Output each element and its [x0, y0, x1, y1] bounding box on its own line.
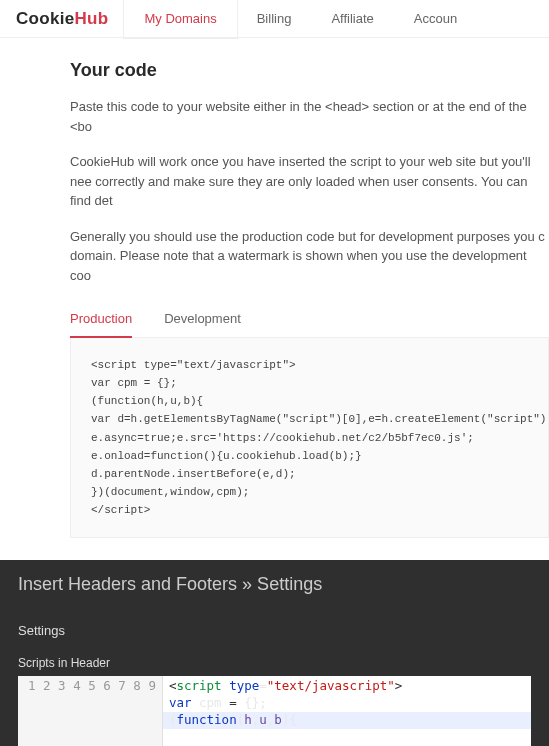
editor-gutter: 1 2 3 4 5 6 7 8 9: [18, 676, 163, 746]
page-intro-3: Generally you should use the production …: [70, 227, 549, 286]
code-snippet[interactable]: <script type="text/javascript"> var cpm …: [70, 337, 549, 538]
editor-code[interactable]: <script type="text/javascript"> var cpm …: [163, 676, 531, 746]
tab-development[interactable]: Development: [164, 301, 241, 337]
wp-scripts-header-label: Scripts in Header: [18, 656, 531, 670]
nav-affiliate[interactable]: Affiliate: [311, 0, 393, 38]
header-scripts-editor[interactable]: 1 2 3 4 5 6 7 8 9 <script type="text/jav…: [18, 676, 531, 746]
main-nav: My Domains Billing Affiliate Accoun: [124, 0, 549, 38]
code-tabs: Production Development: [70, 301, 549, 338]
wp-settings-label: Settings: [18, 623, 531, 638]
page-intro-2: CookieHub will work once you have insert…: [70, 152, 549, 211]
nav-billing[interactable]: Billing: [237, 0, 312, 38]
tab-production[interactable]: Production: [70, 301, 132, 338]
nav-my-domains[interactable]: My Domains: [124, 0, 236, 38]
wp-heading: Insert Headers and Footers » Settings: [18, 574, 531, 595]
logo: CookieHub: [0, 9, 124, 29]
page-intro-1: Paste this code to your website either i…: [70, 97, 549, 136]
page-title: Your code: [70, 60, 549, 81]
nav-account[interactable]: Accoun: [394, 0, 477, 38]
